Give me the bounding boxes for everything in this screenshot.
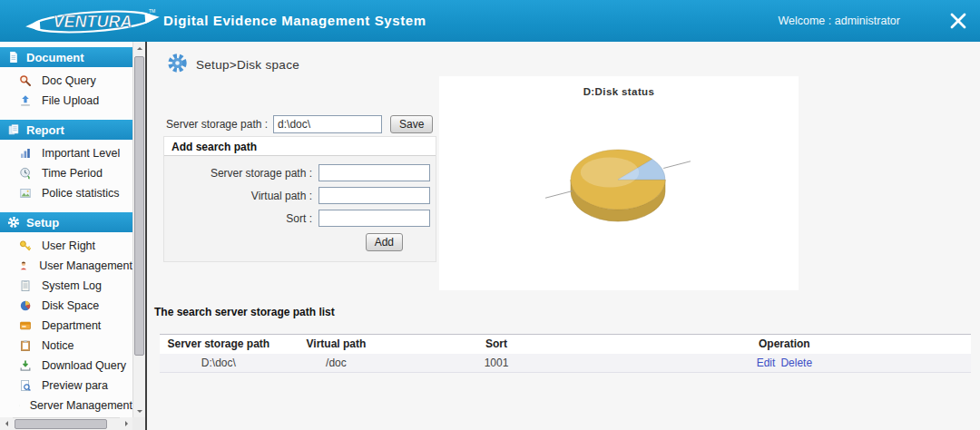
sidebar-item-server-management[interactable]: Server Management bbox=[0, 396, 132, 415]
sidebar-item-label: User Management bbox=[39, 259, 132, 272]
sidebar-section-report: ReportImportant LevelTime PeriodPolice s… bbox=[0, 120, 132, 203]
sidebar-section-header-setup[interactable]: Setup bbox=[0, 212, 132, 232]
pie-leader-line bbox=[545, 191, 573, 199]
ventura-logo: VENTURA TM bbox=[24, 5, 162, 37]
sidebar-item-preview-para[interactable]: Preview para bbox=[0, 376, 132, 396]
scroll-right-button[interactable] bbox=[120, 417, 132, 430]
sidebar-item-label: Notice bbox=[42, 339, 74, 352]
sidebar-item-time-period[interactable]: Time Period bbox=[0, 163, 132, 183]
sort-input[interactable] bbox=[318, 210, 430, 227]
sidebar-section-header-report[interactable]: Report bbox=[0, 120, 132, 140]
sidebar-item-police-statistics[interactable]: Police statistics bbox=[0, 183, 132, 203]
sidebar-section-header-document[interactable]: Document bbox=[0, 47, 132, 67]
sidebar-item-label: Download Query bbox=[42, 359, 126, 372]
edit-link[interactable]: Edit bbox=[757, 357, 776, 369]
column-header-server-storage-path: Server storage path bbox=[160, 335, 278, 354]
sidebar-item-user-management[interactable]: User Management bbox=[0, 256, 132, 276]
breadcrumb: Setup>Disk space bbox=[167, 53, 299, 77]
cell-operation: EditDelete bbox=[598, 354, 971, 373]
notice-icon bbox=[19, 339, 32, 352]
statistics-icon bbox=[19, 187, 32, 200]
setup-gear-icon bbox=[167, 53, 188, 77]
breadcrumb-text: Setup>Disk space bbox=[196, 58, 299, 72]
save-button[interactable]: Save bbox=[390, 115, 433, 133]
add-button[interactable]: Add bbox=[366, 233, 403, 251]
sidebar-item-label: Time Period bbox=[42, 167, 103, 180]
gear-icon bbox=[7, 216, 20, 229]
scrollbar-corner bbox=[132, 417, 145, 430]
table-header-row: Server storage pathVirtual pathSortOpera… bbox=[160, 335, 971, 354]
sidebar-item-doc-query[interactable]: Doc Query bbox=[0, 71, 132, 91]
scroll-down-button[interactable] bbox=[133, 405, 146, 417]
storage-path-list-title: The search server storage path list bbox=[154, 306, 335, 318]
sidebar-item-label: Important Level bbox=[42, 147, 120, 160]
delete-link[interactable]: Delete bbox=[780, 357, 812, 369]
column-header-sort: Sort bbox=[395, 335, 598, 354]
department-icon bbox=[19, 319, 32, 332]
logo-tm: TM bbox=[149, 8, 155, 14]
log-icon bbox=[19, 279, 32, 292]
disk-status-pie-chart bbox=[439, 97, 799, 279]
scroll-left-button[interactable] bbox=[0, 417, 13, 430]
sidebar-item-download-query[interactable]: Download Query bbox=[0, 356, 132, 376]
logo-text: VENTURA bbox=[53, 13, 132, 31]
sidebar-item-label: Preview para bbox=[42, 379, 108, 392]
column-header-operation: Operation bbox=[598, 335, 971, 354]
virtual-path-input[interactable] bbox=[318, 187, 430, 204]
storage-path-table: Server storage pathVirtual pathSortOpera… bbox=[160, 334, 971, 373]
horizontal-scroll-thumb[interactable] bbox=[15, 419, 107, 429]
pie-icon bbox=[19, 299, 32, 312]
chart-title: D:Disk status bbox=[439, 76, 799, 97]
server-storage-path-input[interactable] bbox=[318, 164, 430, 181]
main-content: Setup>Disk space Server storage path : S… bbox=[147, 42, 980, 430]
setup-gear-icon bbox=[167, 53, 188, 73]
vertical-scroll-thumb[interactable] bbox=[134, 56, 144, 356]
table-body: D:\doc\/doc1001EditDelete bbox=[160, 354, 971, 373]
column-header-virtual-path: Virtual path bbox=[278, 335, 396, 354]
report-icon bbox=[7, 123, 20, 136]
field-label: Sort : bbox=[170, 212, 318, 225]
clock-icon bbox=[19, 167, 32, 180]
sidebar-item-system-log[interactable]: System Log bbox=[0, 276, 132, 296]
server-storage-path-label: Server storage path : bbox=[166, 118, 268, 131]
close-icon[interactable] bbox=[947, 10, 969, 32]
sidebar-item-label: Disk Space bbox=[42, 299, 99, 312]
server-storage-path-form: Server storage path : Save bbox=[166, 114, 433, 134]
field-row-sort: Sort : bbox=[170, 207, 430, 230]
sidebar-item-department[interactable]: Department bbox=[0, 316, 132, 336]
pie-highlight bbox=[581, 158, 639, 188]
key-icon bbox=[19, 239, 32, 252]
sidebar-item-user-right[interactable]: User Right bbox=[0, 236, 132, 256]
sidebar-item-file-upload[interactable]: File Upload bbox=[0, 91, 132, 111]
section-label: Report bbox=[26, 123, 64, 137]
app-title: Digital Evidence Management System bbox=[163, 13, 426, 28]
server-storage-path-input[interactable] bbox=[273, 115, 382, 133]
sidebar-item-label: File Upload bbox=[42, 94, 99, 107]
sidebar-item-label: User Right bbox=[42, 239, 95, 252]
server-icon bbox=[19, 399, 20, 412]
sidebar-item-label: System Log bbox=[42, 279, 102, 292]
add-search-path-fields: Server storage path :Virtual path :Sort … bbox=[170, 161, 430, 230]
sidebar-item-notice[interactable]: Notice bbox=[0, 336, 132, 356]
sidebar-section-setup: SetupUser RightUser ManagementSystem Log… bbox=[0, 212, 132, 415]
app-header: VENTURA TM Digital Evidence Management S… bbox=[0, 0, 980, 42]
sidebar-vertical-scrollbar[interactable] bbox=[132, 42, 145, 417]
doc-query-icon bbox=[19, 74, 32, 87]
logo-orbit-graphic: VENTURA TM bbox=[24, 5, 162, 37]
add-search-path-title: Add search path bbox=[164, 137, 436, 156]
sidebar-menu: DocumentDoc QueryFile UploadReportImport… bbox=[0, 42, 132, 417]
sidebar-item-disk-space[interactable]: Disk Space bbox=[0, 296, 132, 316]
add-search-path-panel: Add search path Server storage path :Vir… bbox=[163, 136, 436, 262]
welcome-text: Welcome : administrator bbox=[778, 15, 900, 27]
preview-icon bbox=[19, 379, 32, 392]
sidebar-item-important-level[interactable]: Important Level bbox=[0, 143, 132, 163]
table-row: D:\doc\/doc1001EditDelete bbox=[160, 354, 971, 373]
sidebar-horizontal-scrollbar[interactable] bbox=[0, 417, 132, 430]
field-label: Virtual path : bbox=[170, 190, 318, 202]
cell-sort: 1001 bbox=[395, 354, 598, 373]
sidebar: DocumentDoc QueryFile UploadReportImport… bbox=[0, 42, 145, 430]
sidebar-item-label: Department bbox=[42, 319, 101, 332]
sidebar-section-document: DocumentDoc QueryFile Upload bbox=[0, 47, 132, 111]
section-label: Document bbox=[26, 51, 84, 64]
scroll-up-button[interactable] bbox=[133, 42, 146, 54]
